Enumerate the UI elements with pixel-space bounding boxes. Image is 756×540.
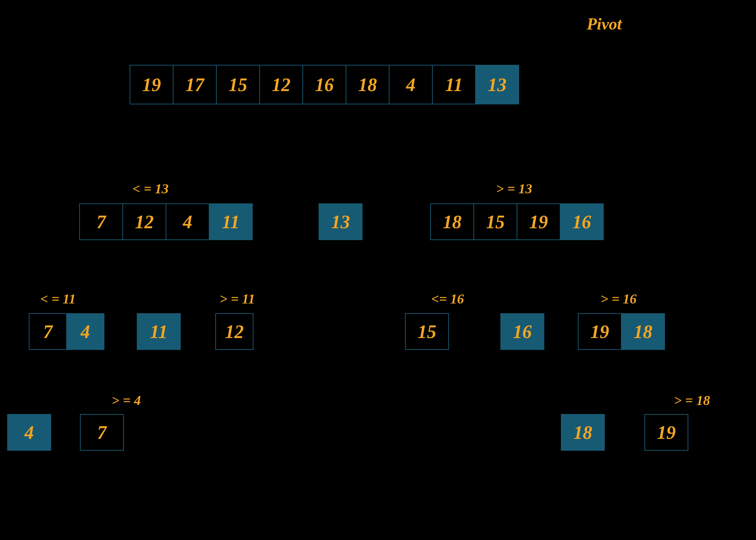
pivot-cell: 11 bbox=[209, 203, 253, 240]
partition-label: < = 11 bbox=[40, 291, 76, 307]
cell: 15 bbox=[473, 203, 517, 240]
array-row-3-e: 16 bbox=[500, 313, 544, 350]
partition-label: > = 4 bbox=[112, 392, 141, 408]
cell: 7 bbox=[79, 203, 123, 240]
pivot-cell: 18 bbox=[561, 414, 605, 451]
partition-label: > = 18 bbox=[674, 392, 710, 408]
array-row-4-a: 4 bbox=[7, 414, 51, 451]
array-row-4-b: 7 bbox=[80, 414, 124, 451]
cell: 4 bbox=[166, 203, 210, 240]
array-row-1: 19 17 15 12 16 18 4 11 13 bbox=[130, 65, 519, 104]
array-row-2-right: 18 15 19 16 bbox=[430, 203, 604, 240]
cell: 11 bbox=[432, 65, 476, 104]
array-row-2-mid: 13 bbox=[319, 203, 363, 240]
cell: 12 bbox=[259, 65, 303, 104]
cell: 7 bbox=[29, 313, 67, 350]
array-row-2-left: 7 12 4 11 bbox=[79, 203, 253, 240]
partition-label: < = 13 bbox=[132, 181, 168, 197]
cell: 7 bbox=[80, 414, 124, 451]
pivot-cell: 18 bbox=[621, 313, 665, 350]
partition-label: > = 16 bbox=[600, 291, 636, 307]
array-row-4-d: 19 bbox=[644, 414, 688, 451]
cell: 15 bbox=[216, 65, 260, 104]
array-row-3-b: 11 bbox=[137, 313, 181, 350]
cell: 18 bbox=[346, 65, 390, 104]
pivot-cell: 4 bbox=[66, 313, 104, 350]
pivot-label: Pivot bbox=[587, 14, 622, 33]
cell: 4 bbox=[389, 65, 433, 104]
partition-label: > = 11 bbox=[220, 291, 255, 307]
cell: 19 bbox=[130, 65, 174, 104]
cell: 12 bbox=[215, 313, 253, 350]
partition-label: > = 13 bbox=[496, 181, 532, 197]
cell: 19 bbox=[517, 203, 561, 240]
pivot-cell: 13 bbox=[319, 203, 363, 240]
array-row-3-f: 19 18 bbox=[578, 313, 665, 350]
array-row-3-a: 7 4 bbox=[29, 313, 104, 350]
cell: 19 bbox=[578, 313, 622, 350]
cell: 19 bbox=[644, 414, 688, 451]
pivot-cell: 16 bbox=[560, 203, 604, 240]
pivot-cell: 13 bbox=[475, 65, 519, 104]
pivot-cell: 16 bbox=[500, 313, 544, 350]
cell: 15 bbox=[405, 313, 449, 350]
array-row-4-c: 18 bbox=[561, 414, 605, 451]
pivot-cell: 4 bbox=[7, 414, 51, 451]
array-row-3-c: 12 bbox=[215, 313, 253, 350]
cell: 12 bbox=[122, 203, 166, 240]
cell: 17 bbox=[173, 65, 217, 104]
cell: 16 bbox=[302, 65, 346, 104]
cell: 18 bbox=[430, 203, 474, 240]
array-row-3-d: 15 bbox=[405, 313, 449, 350]
partition-label: <= 16 bbox=[431, 291, 464, 307]
pivot-cell: 11 bbox=[137, 313, 181, 350]
